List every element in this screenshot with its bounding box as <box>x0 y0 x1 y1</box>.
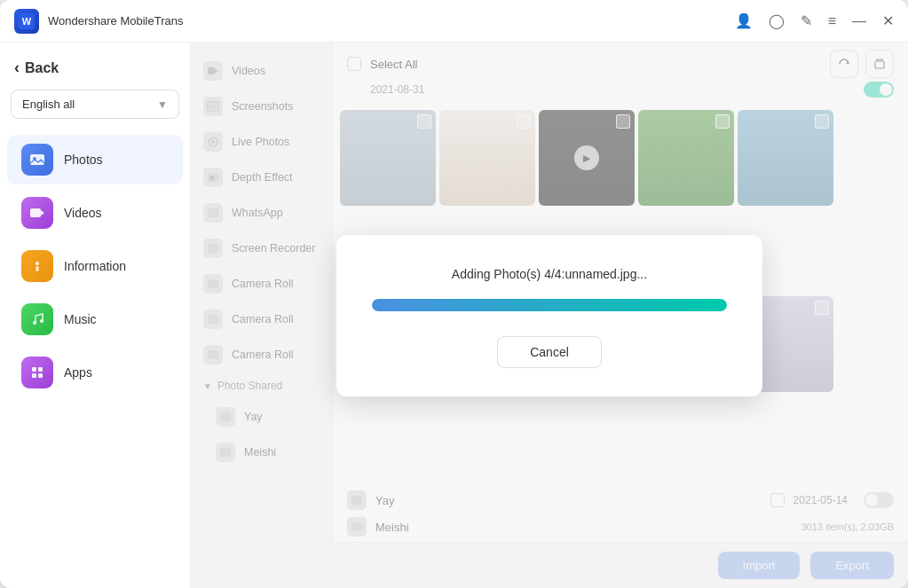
profile-icon[interactable]: 👤 <box>735 12 753 29</box>
sidebar-item-music[interactable]: Music <box>7 294 183 344</box>
apps-nav-icon <box>21 357 53 388</box>
menu-icon[interactable]: ≡ <box>828 13 836 29</box>
music-nav-label: Music <box>64 312 97 326</box>
back-arrow-icon: ‹ <box>14 59 20 77</box>
window-controls: 👤 ◯ ✎ ≡ — ✕ <box>735 12 894 29</box>
information-nav-icon <box>21 250 53 282</box>
music-nav-icon <box>21 303 53 335</box>
cancel-button[interactable]: Cancel <box>497 336 602 368</box>
svg-rect-6 <box>30 208 41 217</box>
back-label: Back <box>25 60 59 76</box>
dialog-overlay: Adding Photo(s) 4/4:unnamed.jpg... Cance… <box>191 43 908 588</box>
sidebar-item-photos[interactable]: Photos <box>7 135 183 184</box>
videos-nav-icon <box>21 197 53 229</box>
titlebar: W Wondershare MobileTrans 👤 ◯ ✎ ≡ — ✕ <box>0 0 908 43</box>
svg-marker-7 <box>41 210 44 216</box>
videos-nav-label: Videos <box>64 206 102 220</box>
svg-point-9 <box>36 262 39 265</box>
sidebar: ‹ Back English all ▼ Photos <box>0 43 191 588</box>
language-value: English all <box>22 98 75 111</box>
back-button[interactable]: ‹ Back <box>0 53 190 90</box>
app-title: Wondershare MobileTrans <box>48 14 735 27</box>
svg-point-12 <box>33 321 36 325</box>
bookmark-icon[interactable]: ◯ <box>769 12 785 29</box>
minimize-icon[interactable]: — <box>852 13 866 29</box>
app-logo: W <box>14 9 39 34</box>
dialog-message: Adding Photo(s) 4/4:unnamed.jpg... <box>372 267 727 281</box>
information-nav-label: Information <box>64 259 126 273</box>
apps-nav-label: Apps <box>64 365 92 380</box>
svg-rect-14 <box>28 364 46 381</box>
svg-rect-10 <box>36 266 39 271</box>
sidebar-item-information[interactable]: Information <box>7 241 183 291</box>
photos-nav-icon <box>21 144 53 176</box>
svg-rect-15 <box>32 367 36 372</box>
svg-rect-17 <box>32 373 36 378</box>
progress-bar-background <box>372 299 727 311</box>
svg-text:W: W <box>22 16 32 27</box>
svg-rect-11 <box>28 310 46 328</box>
svg-rect-3 <box>30 154 44 165</box>
sidebar-item-videos[interactable]: Videos <box>7 188 183 238</box>
app-window: W Wondershare MobileTrans 👤 ◯ ✎ ≡ — ✕ ‹ … <box>0 0 908 588</box>
progress-dialog: Adding Photo(s) 4/4:unnamed.jpg... Cance… <box>336 235 762 396</box>
progress-bar-fill <box>372 299 727 311</box>
svg-point-13 <box>40 319 43 323</box>
photos-nav-label: Photos <box>64 153 103 167</box>
chevron-down-icon: ▼ <box>157 98 168 111</box>
edit-icon[interactable]: ✎ <box>801 12 812 29</box>
close-icon[interactable]: ✕ <box>882 12 894 29</box>
sidebar-item-apps[interactable]: Apps <box>7 348 183 397</box>
svg-rect-18 <box>38 373 43 378</box>
language-selector[interactable]: English all ▼ <box>11 90 179 119</box>
svg-rect-16 <box>38 367 43 372</box>
main-content: ‹ Back English all ▼ Photos <box>0 43 908 588</box>
content-area: Videos Screenshots Live Photos <box>191 43 908 588</box>
dialog-actions: Cancel <box>372 336 727 368</box>
